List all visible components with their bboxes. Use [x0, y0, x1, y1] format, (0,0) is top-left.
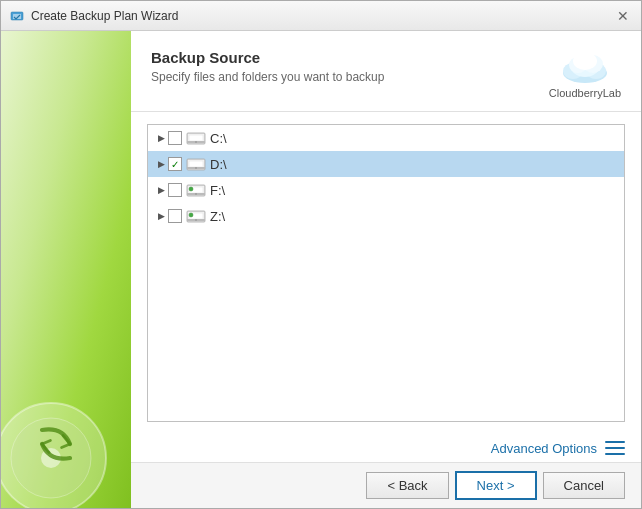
hamburger-line-3	[605, 453, 625, 455]
drive-label-f: F:\	[210, 183, 225, 198]
drive-label-d: D:\	[210, 157, 227, 172]
tree-checkbox-f[interactable]	[168, 183, 182, 197]
tree-expander-d[interactable]: ▶	[154, 157, 168, 171]
logo-text: CloudberryLab	[549, 87, 621, 99]
cancel-button[interactable]: Cancel	[543, 472, 625, 499]
svg-point-11	[573, 52, 597, 70]
hamburger-line-1	[605, 441, 625, 443]
page-header: Backup Source Specify files and folders …	[131, 31, 641, 112]
next-button[interactable]: Next >	[455, 471, 537, 500]
list-item[interactable]: ▶ Z:\	[148, 203, 624, 229]
list-item[interactable]: ▶ F:\	[148, 177, 624, 203]
drive-label-c: C:\	[210, 131, 227, 146]
window-title: Create Backup Plan Wizard	[31, 9, 613, 23]
drive-icon-d	[186, 156, 206, 172]
footer: < Back Next > Cancel	[131, 462, 641, 508]
tree-checkbox-d[interactable]: ✓	[168, 157, 182, 171]
drive-icon-c	[186, 130, 206, 146]
back-button[interactable]: < Back	[366, 472, 448, 499]
window-icon	[9, 8, 25, 24]
sidebar-decoration	[1, 328, 131, 508]
sidebar	[1, 31, 131, 508]
page-subtitle: Specify files and folders you want to ba…	[151, 70, 384, 84]
drive-icon-f	[186, 182, 206, 198]
list-item[interactable]: ▶ C:\	[148, 125, 624, 151]
advanced-options-button[interactable]: Advanced Options	[491, 441, 597, 456]
main-content: Backup Source Specify files and folders …	[1, 31, 641, 508]
tree-checkbox-c[interactable]	[168, 131, 182, 145]
svg-point-27	[189, 187, 193, 191]
tree-expander-c[interactable]: ▶	[154, 131, 168, 145]
wizard-window: Create Backup Plan Wizard ✕	[0, 0, 642, 509]
advanced-options-row: Advanced Options	[131, 434, 641, 462]
svg-point-32	[195, 219, 197, 221]
close-button[interactable]: ✕	[613, 6, 633, 26]
drive-icon-z	[186, 208, 206, 224]
list-item[interactable]: ▶ ✓ D:\	[148, 151, 624, 177]
svg-rect-14	[189, 135, 203, 141]
tree-expander-f[interactable]: ▶	[154, 183, 168, 197]
content-area: Backup Source Specify files and folders …	[131, 31, 641, 508]
tree-checkbox-z[interactable]	[168, 209, 182, 223]
hamburger-line-2	[605, 447, 625, 449]
drive-label-z: Z:\	[210, 209, 225, 224]
page-title: Backup Source	[151, 49, 384, 66]
svg-point-21	[195, 167, 197, 169]
svg-point-26	[195, 193, 197, 195]
svg-rect-19	[189, 161, 203, 167]
logo-area: CloudberryLab	[549, 49, 621, 99]
hamburger-menu-icon[interactable]	[605, 440, 625, 456]
header-text-group: Backup Source Specify files and folders …	[151, 49, 384, 84]
svg-point-16	[195, 141, 197, 143]
title-bar: Create Backup Plan Wizard ✕	[1, 1, 641, 31]
tree-expander-z[interactable]: ▶	[154, 209, 168, 223]
svg-point-33	[189, 213, 193, 217]
cloudberry-logo-icon	[558, 49, 612, 85]
file-tree-panel[interactable]: ▶ C:\ ▶ ✓	[147, 124, 625, 422]
